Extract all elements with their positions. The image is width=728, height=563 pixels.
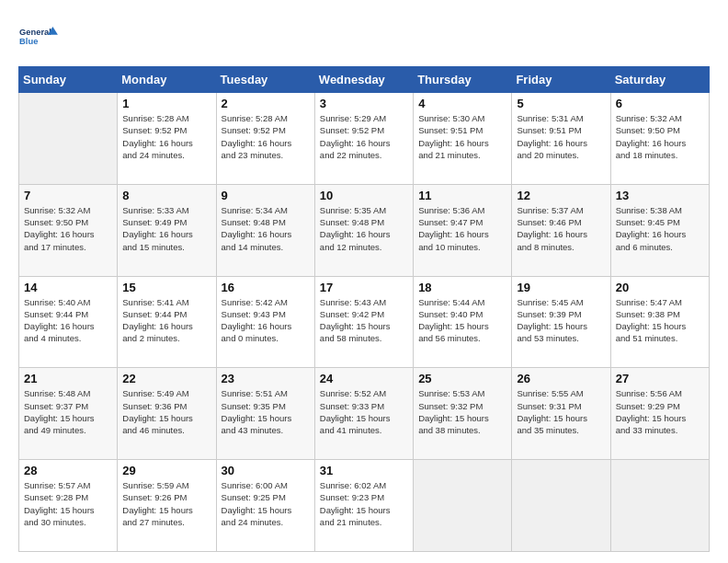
day-number: 5 xyxy=(517,97,605,110)
calendar-table: SundayMondayTuesdayWednesdayThursdayFrid… xyxy=(18,66,710,552)
day-number: 6 xyxy=(616,97,704,110)
day-info: Sunrise: 6:02 AM Sunset: 9:23 PM Dayligh… xyxy=(320,479,408,528)
day-info: Sunrise: 5:44 AM Sunset: 9:40 PM Dayligh… xyxy=(418,296,506,345)
day-info: Sunrise: 5:29 AM Sunset: 9:52 PM Dayligh… xyxy=(320,112,408,161)
day-info: Sunrise: 5:36 AM Sunset: 9:47 PM Dayligh… xyxy=(418,204,506,253)
calendar-cell: 29Sunrise: 5:59 AM Sunset: 9:26 PM Dayli… xyxy=(118,460,216,552)
day-number: 14 xyxy=(24,281,112,294)
calendar-cell: 26Sunrise: 5:55 AM Sunset: 9:31 PM Dayli… xyxy=(512,368,610,460)
logo-svg: General Blue xyxy=(18,17,59,57)
day-info: Sunrise: 5:48 AM Sunset: 9:37 PM Dayligh… xyxy=(24,387,112,436)
calendar-cell: 30Sunrise: 6:00 AM Sunset: 9:25 PM Dayli… xyxy=(216,460,314,552)
calendar-cell: 20Sunrise: 5:47 AM Sunset: 9:38 PM Dayli… xyxy=(610,276,709,368)
calendar-cell: 28Sunrise: 5:57 AM Sunset: 9:28 PM Dayli… xyxy=(19,460,118,552)
day-info: Sunrise: 5:42 AM Sunset: 9:43 PM Dayligh… xyxy=(222,296,310,345)
weekday-header-wednesday: Wednesday xyxy=(314,67,413,93)
calendar-cell: 4Sunrise: 5:30 AM Sunset: 9:51 PM Daylig… xyxy=(414,93,512,185)
calendar-cell: 27Sunrise: 5:56 AM Sunset: 9:29 PM Dayli… xyxy=(610,368,709,460)
day-info: Sunrise: 5:49 AM Sunset: 9:36 PM Dayligh… xyxy=(122,387,210,436)
calendar-header: SundayMondayTuesdayWednesdayThursdayFrid… xyxy=(19,67,710,93)
day-info: Sunrise: 5:45 AM Sunset: 9:39 PM Dayligh… xyxy=(517,296,605,345)
calendar-cell xyxy=(610,460,709,552)
svg-text:General: General xyxy=(19,28,51,37)
day-number: 18 xyxy=(418,281,506,294)
day-number: 30 xyxy=(222,464,310,477)
day-info: Sunrise: 5:32 AM Sunset: 9:50 PM Dayligh… xyxy=(24,204,112,253)
day-number: 31 xyxy=(320,464,408,477)
calendar-cell: 21Sunrise: 5:48 AM Sunset: 9:37 PM Dayli… xyxy=(19,368,118,460)
calendar-cell: 15Sunrise: 5:41 AM Sunset: 9:44 PM Dayli… xyxy=(118,276,216,368)
day-number: 2 xyxy=(222,97,310,110)
day-info: Sunrise: 5:40 AM Sunset: 9:44 PM Dayligh… xyxy=(24,296,112,345)
day-number: 4 xyxy=(418,97,506,110)
day-info: Sunrise: 5:28 AM Sunset: 9:52 PM Dayligh… xyxy=(122,112,210,161)
weekday-header-saturday: Saturday xyxy=(610,67,709,93)
logo: General Blue xyxy=(18,17,59,57)
day-number: 21 xyxy=(24,372,112,385)
calendar-cell: 1Sunrise: 5:28 AM Sunset: 9:52 PM Daylig… xyxy=(118,93,216,185)
day-number: 8 xyxy=(122,189,210,202)
day-info: Sunrise: 5:53 AM Sunset: 9:32 PM Dayligh… xyxy=(418,387,506,436)
calendar-week-3: 14Sunrise: 5:40 AM Sunset: 9:44 PM Dayli… xyxy=(19,276,710,368)
calendar-cell: 14Sunrise: 5:40 AM Sunset: 9:44 PM Dayli… xyxy=(19,276,118,368)
calendar-cell: 9Sunrise: 5:34 AM Sunset: 9:48 PM Daylig… xyxy=(216,184,314,276)
day-info: Sunrise: 5:31 AM Sunset: 9:51 PM Dayligh… xyxy=(517,112,605,161)
day-number: 19 xyxy=(517,281,605,294)
calendar-cell: 25Sunrise: 5:53 AM Sunset: 9:32 PM Dayli… xyxy=(414,368,512,460)
day-info: Sunrise: 5:41 AM Sunset: 9:44 PM Dayligh… xyxy=(122,296,210,345)
calendar-week-4: 21Sunrise: 5:48 AM Sunset: 9:37 PM Dayli… xyxy=(19,368,710,460)
calendar-cell: 5Sunrise: 5:31 AM Sunset: 9:51 PM Daylig… xyxy=(512,93,610,185)
calendar-cell: 17Sunrise: 5:43 AM Sunset: 9:42 PM Dayli… xyxy=(314,276,413,368)
calendar-cell: 8Sunrise: 5:33 AM Sunset: 9:49 PM Daylig… xyxy=(118,184,216,276)
calendar-cell: 18Sunrise: 5:44 AM Sunset: 9:40 PM Dayli… xyxy=(414,276,512,368)
calendar-cell: 12Sunrise: 5:37 AM Sunset: 9:46 PM Dayli… xyxy=(512,184,610,276)
day-number: 10 xyxy=(320,189,408,202)
calendar-cell: 31Sunrise: 6:02 AM Sunset: 9:23 PM Dayli… xyxy=(314,460,413,552)
calendar-cell: 2Sunrise: 5:28 AM Sunset: 9:52 PM Daylig… xyxy=(216,93,314,185)
svg-text:Blue: Blue xyxy=(19,37,38,46)
calendar-week-1: 1Sunrise: 5:28 AM Sunset: 9:52 PM Daylig… xyxy=(19,93,710,185)
day-info: Sunrise: 5:56 AM Sunset: 9:29 PM Dayligh… xyxy=(616,387,704,436)
weekday-header-thursday: Thursday xyxy=(414,67,512,93)
day-info: Sunrise: 5:51 AM Sunset: 9:35 PM Dayligh… xyxy=(222,387,310,436)
calendar-cell xyxy=(414,460,512,552)
day-number: 3 xyxy=(320,97,408,110)
weekday-header-sunday: Sunday xyxy=(19,67,118,93)
calendar-cell xyxy=(19,93,118,185)
calendar-cell xyxy=(512,460,610,552)
day-info: Sunrise: 5:33 AM Sunset: 9:49 PM Dayligh… xyxy=(122,204,210,253)
calendar-cell: 13Sunrise: 5:38 AM Sunset: 9:45 PM Dayli… xyxy=(610,184,709,276)
day-number: 23 xyxy=(222,372,310,385)
day-number: 13 xyxy=(616,189,704,202)
calendar-week-2: 7Sunrise: 5:32 AM Sunset: 9:50 PM Daylig… xyxy=(19,184,710,276)
day-info: Sunrise: 5:52 AM Sunset: 9:33 PM Dayligh… xyxy=(320,387,408,436)
day-info: Sunrise: 5:43 AM Sunset: 9:42 PM Dayligh… xyxy=(320,296,408,345)
day-info: Sunrise: 5:34 AM Sunset: 9:48 PM Dayligh… xyxy=(222,204,310,253)
weekday-header-row: SundayMondayTuesdayWednesdayThursdayFrid… xyxy=(19,67,710,93)
day-number: 11 xyxy=(418,189,506,202)
day-number: 20 xyxy=(616,281,704,294)
calendar-week-5: 28Sunrise: 5:57 AM Sunset: 9:28 PM Dayli… xyxy=(19,460,710,552)
day-number: 7 xyxy=(24,189,112,202)
day-number: 28 xyxy=(24,464,112,477)
day-info: Sunrise: 5:47 AM Sunset: 9:38 PM Dayligh… xyxy=(616,296,704,345)
day-number: 17 xyxy=(320,281,408,294)
day-number: 24 xyxy=(320,372,408,385)
day-number: 25 xyxy=(418,372,506,385)
calendar-cell: 3Sunrise: 5:29 AM Sunset: 9:52 PM Daylig… xyxy=(314,93,413,185)
calendar-cell: 24Sunrise: 5:52 AM Sunset: 9:33 PM Dayli… xyxy=(314,368,413,460)
day-number: 26 xyxy=(517,372,605,385)
calendar-cell: 23Sunrise: 5:51 AM Sunset: 9:35 PM Dayli… xyxy=(216,368,314,460)
weekday-header-friday: Friday xyxy=(512,67,610,93)
day-info: Sunrise: 5:38 AM Sunset: 9:45 PM Dayligh… xyxy=(616,204,704,253)
day-info: Sunrise: 5:57 AM Sunset: 9:28 PM Dayligh… xyxy=(24,479,112,528)
calendar-cell: 16Sunrise: 5:42 AM Sunset: 9:43 PM Dayli… xyxy=(216,276,314,368)
calendar-cell: 7Sunrise: 5:32 AM Sunset: 9:50 PM Daylig… xyxy=(19,184,118,276)
day-number: 1 xyxy=(122,97,210,110)
calendar-cell: 11Sunrise: 5:36 AM Sunset: 9:47 PM Dayli… xyxy=(414,184,512,276)
day-number: 16 xyxy=(222,281,310,294)
day-info: Sunrise: 5:32 AM Sunset: 9:50 PM Dayligh… xyxy=(616,112,704,161)
weekday-header-monday: Monday xyxy=(118,67,216,93)
calendar-cell: 22Sunrise: 5:49 AM Sunset: 9:36 PM Dayli… xyxy=(118,368,216,460)
day-number: 22 xyxy=(122,372,210,385)
